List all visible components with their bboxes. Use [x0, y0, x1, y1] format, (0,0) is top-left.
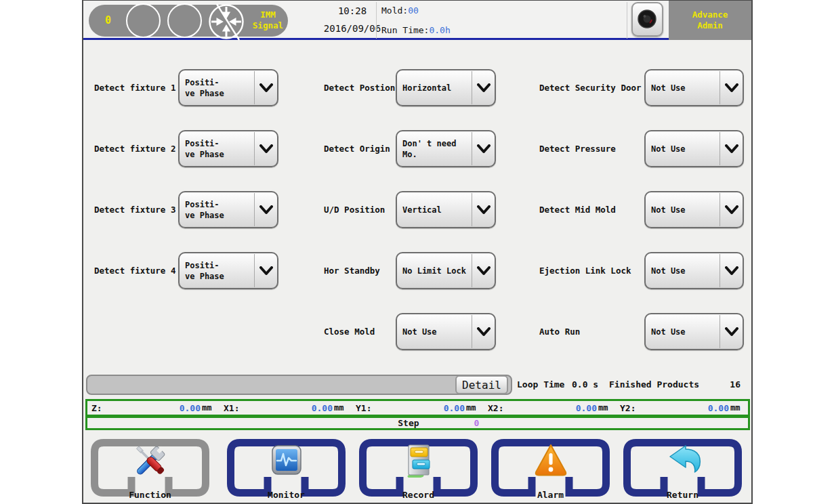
field-detect-postion: Detect Postion Horizontal	[324, 69, 496, 106]
field-label: Detect fixture 2	[94, 144, 178, 154]
camera-lens-icon	[633, 3, 662, 35]
tools-icon	[132, 442, 169, 479]
admin-level-badge[interactable]: Advance Admin	[669, 1, 751, 40]
monitor-icon	[269, 442, 304, 478]
return-button[interactable]: Return	[621, 438, 745, 501]
camera-button[interactable]	[631, 2, 663, 37]
loop-time-value: 0.0 s	[572, 379, 598, 390]
chevron-down-icon	[472, 266, 495, 276]
field-label: Detect Origin	[324, 144, 396, 154]
auto-run-select[interactable]: Not Use	[644, 313, 744, 350]
coord-unit: mm	[465, 403, 484, 413]
chevron-down-icon	[720, 205, 743, 215]
detect-postion-select[interactable]: Horizontal	[396, 69, 496, 106]
field-detect-fixture-3: Detect fixture 3 Positi- ve Phase	[94, 191, 278, 228]
close-mold-select[interactable]: Not Use	[396, 313, 496, 350]
step-value: 0	[474, 418, 479, 428]
header-divider	[376, 2, 377, 39]
signal-counter: 0	[105, 5, 111, 37]
field-label: Ejection Link Lock	[539, 266, 644, 276]
coord-z: Z: 0.00 mm	[87, 401, 220, 415]
chevron-down-icon	[720, 83, 743, 93]
select-value: Horizontal	[397, 83, 472, 93]
coord-label: X2:	[484, 403, 503, 413]
detect-fixture-4-select[interactable]: Positi- ve Phase	[178, 252, 278, 289]
main-panel: 0 IMM Signal 10:28 2016/09/06	[82, 0, 753, 504]
chevron-down-icon	[720, 144, 743, 154]
select-value: Positi- ve Phase	[180, 77, 254, 99]
chevron-down-icon	[472, 205, 495, 215]
coord-unit: mm	[597, 403, 616, 413]
chevron-down-icon	[472, 144, 495, 154]
nav-label: Function	[88, 490, 212, 500]
chevron-down-icon	[720, 266, 743, 276]
field-label: Detect Pressure	[539, 144, 644, 154]
detect-fixture-3-select[interactable]: Positi- ve Phase	[178, 191, 278, 228]
runtime-row: Run Time:0.0h	[381, 25, 451, 35]
detect-fixture-1-select[interactable]: Positi- ve Phase	[178, 69, 278, 106]
nav-label: Return	[621, 490, 745, 500]
runtime-label: Run Time:	[381, 25, 429, 35]
chevron-down-icon	[472, 83, 495, 93]
mold-value: 00	[408, 5, 419, 16]
field-label: Detect fixture 1	[94, 83, 178, 93]
chevron-down-icon	[720, 327, 743, 337]
chevron-down-icon	[255, 266, 277, 276]
detail-button[interactable]: Detail	[455, 375, 508, 394]
coord-unit: mm	[333, 403, 352, 413]
step-bar: Step 0	[85, 416, 750, 430]
select-value: Not Use	[646, 205, 720, 215]
nav-label: Monitor	[224, 490, 348, 500]
signal-lamp-1-icon	[126, 3, 161, 38]
axis-coordinates-bar: Z: 0.00 mm X1: 0.00 mm Y1: 0.00 mm X2: 0…	[85, 399, 750, 417]
header-divider-2	[627, 2, 627, 39]
signal-lamp-2-icon	[167, 3, 202, 38]
coord-x1: X1: 0.00 mm	[220, 401, 352, 415]
select-value: Not Use	[397, 327, 472, 337]
field-detect-fixture-4: Detect fixture 4 Positi- ve Phase	[94, 252, 278, 289]
hor-standby-select[interactable]: No Limit Lock	[396, 252, 496, 289]
field-label: Detect Mid Mold	[539, 205, 644, 215]
coord-value: 0.00	[503, 403, 597, 413]
select-value: Vertical	[397, 205, 472, 215]
no-signal-crosshair-icon	[208, 3, 245, 41]
ejection-link-lock-select[interactable]: Not Use	[644, 252, 744, 289]
alarm-button[interactable]: Alarm	[488, 438, 612, 501]
select-value: Positi- ve Phase	[180, 260, 254, 282]
detect-mid-mold-select[interactable]: Not Use	[644, 191, 744, 228]
record-button[interactable]: Record	[356, 438, 480, 501]
field-detect-security-door: Detect Security Door Not Use	[539, 69, 744, 106]
ud-position-select[interactable]: Vertical	[396, 191, 496, 228]
return-arrow-icon	[665, 442, 701, 479]
field-label: Detect fixture 4	[94, 266, 178, 276]
cycle-progress-bar	[86, 375, 512, 395]
coord-value: 0.00	[239, 403, 333, 413]
coord-y1: Y1: 0.00 mm	[352, 401, 484, 415]
coord-unit: mm	[201, 403, 220, 413]
field-detect-pressure: Detect Pressure Not Use	[539, 130, 744, 167]
select-value: No Limit Lock	[397, 266, 472, 276]
detect-security-door-select[interactable]: Not Use	[644, 69, 744, 106]
finished-products-value: 16	[713, 379, 741, 390]
select-value: Not Use	[646, 83, 720, 93]
mold-row: Mold:00	[381, 5, 419, 16]
select-value: Not Use	[646, 327, 720, 337]
mold-label: Mold:	[381, 5, 408, 16]
imm-signal-label: IMM Signal	[253, 9, 283, 31]
coord-value: 0.00	[371, 403, 465, 413]
field-close-mold: Close Mold Not Use	[324, 313, 496, 350]
nav-label: Record	[356, 490, 480, 500]
function-button[interactable]: Function	[88, 438, 212, 501]
select-value: Not Use	[646, 144, 720, 154]
coord-label: Z:	[87, 403, 102, 413]
coord-value: 0.00	[635, 403, 729, 413]
field-detect-fixture-1: Detect fixture 1 Positi- ve Phase	[94, 69, 278, 106]
field-label: Close Mold	[324, 327, 396, 337]
detect-pressure-select[interactable]: Not Use	[644, 130, 744, 167]
field-ud-position: U/D Position Vertical	[324, 191, 496, 228]
detect-origin-select[interactable]: Don' t need Mo.	[396, 130, 496, 167]
detect-fixture-2-select[interactable]: Positi- ve Phase	[178, 130, 278, 167]
alarm-warning-icon	[533, 442, 569, 479]
monitor-button[interactable]: Monitor	[224, 438, 348, 501]
runtime-value: 0.0h	[429, 25, 450, 35]
